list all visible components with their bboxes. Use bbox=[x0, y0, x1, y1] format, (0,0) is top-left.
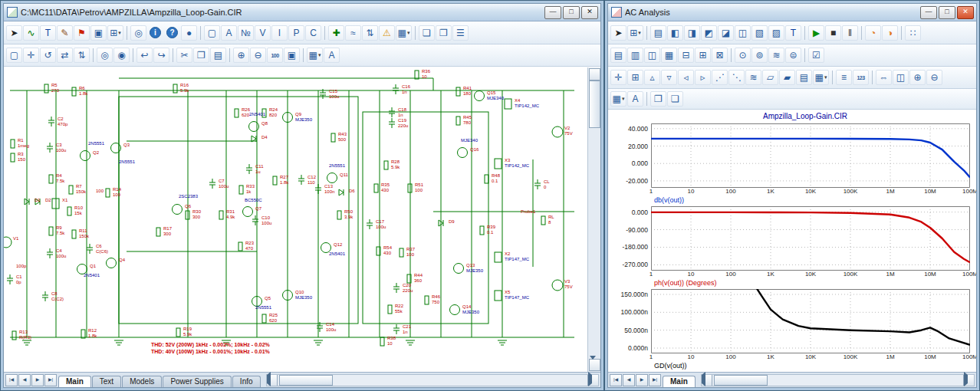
mirror-x-icon[interactable]: ⇄ bbox=[57, 48, 73, 63]
component-symbol[interactable] bbox=[49, 227, 53, 235]
horizontal-scrollbar[interactable] bbox=[701, 374, 975, 386]
component-symbol[interactable] bbox=[35, 199, 40, 205]
component-symbol[interactable] bbox=[173, 205, 183, 215]
plot-canvas[interactable] bbox=[651, 206, 970, 271]
component-symbol[interactable] bbox=[552, 127, 563, 137]
waveform-icon[interactable]: ≋ bbox=[745, 70, 761, 85]
picture-mode-icon[interactable]: ▣ bbox=[90, 25, 107, 41]
component-symbol[interactable] bbox=[173, 84, 177, 93]
browse-web-icon[interactable]: ● bbox=[181, 25, 197, 41]
component-symbol[interactable] bbox=[235, 109, 238, 117]
plot-canvas[interactable] bbox=[651, 123, 970, 188]
slope-down-icon[interactable]: ⋱ bbox=[728, 70, 745, 85]
slope-up-icon[interactable]: ⋰ bbox=[712, 70, 728, 85]
component-symbol[interactable] bbox=[111, 143, 121, 153]
device-conditions-icon[interactable]: C bbox=[305, 25, 321, 41]
component-symbol[interactable] bbox=[47, 248, 53, 258]
region-select-icon[interactable]: ▢ bbox=[204, 25, 220, 41]
text-mode-icon[interactable]: T bbox=[785, 25, 801, 41]
properties-list-icon[interactable]: ≡ bbox=[836, 70, 852, 85]
tab-info[interactable]: Info bbox=[232, 376, 261, 387]
undo-icon[interactable]: ↩ bbox=[136, 48, 153, 63]
component-symbol[interactable] bbox=[456, 117, 460, 125]
paste-icon[interactable]: ❏ bbox=[667, 91, 683, 107]
component-symbol[interactable] bbox=[72, 87, 76, 96]
scroll-right-button[interactable] bbox=[963, 375, 974, 386]
plot-canvas[interactable] bbox=[651, 289, 970, 353]
find-part-icon[interactable]: ◎ bbox=[130, 25, 146, 41]
vertical-scroll-thumb[interactable] bbox=[589, 80, 600, 128]
component-symbol[interactable] bbox=[107, 258, 117, 268]
component-symbol[interactable] bbox=[393, 283, 400, 293]
component-symbol[interactable] bbox=[495, 291, 502, 301]
add-text-icon[interactable]: ⊞ bbox=[627, 70, 643, 85]
component-symbol[interactable] bbox=[176, 328, 180, 337]
zoom-in-icon[interactable]: ⊕ bbox=[233, 48, 249, 63]
data-grid-icon[interactable]: ▤ bbox=[796, 70, 812, 85]
component-symbol[interactable] bbox=[339, 189, 344, 196]
component-symbol[interactable] bbox=[380, 337, 384, 346]
component-list-icon[interactable]: ⊞▾ bbox=[627, 25, 643, 41]
performance-icon[interactable]: ▨ bbox=[768, 25, 784, 41]
tabs-scroll-first-button[interactable]: |◀ bbox=[610, 374, 622, 386]
maximize-button[interactable]: □ bbox=[939, 6, 955, 19]
normalize-icon[interactable]: ⊜ bbox=[785, 48, 801, 63]
slider-icon[interactable]: ⇅ bbox=[362, 25, 378, 41]
properties-icon[interactable]: ☰ bbox=[452, 25, 469, 41]
help-icon[interactable]: ? bbox=[166, 27, 178, 38]
tabs-scroll-first-button[interactable]: |◀ bbox=[5, 374, 18, 386]
minimize-button[interactable]: — bbox=[920, 6, 937, 19]
component-symbol[interactable] bbox=[541, 216, 545, 225]
tab-power-supplies[interactable]: Power Supplies bbox=[163, 376, 231, 387]
overlay-window-icon[interactable]: ◫ bbox=[893, 70, 909, 85]
node-voltages-icon[interactable]: V bbox=[255, 25, 271, 41]
component-symbol[interactable] bbox=[393, 84, 399, 94]
component-symbol[interactable] bbox=[47, 143, 53, 153]
component-symbol[interactable] bbox=[456, 87, 460, 96]
component-symbol[interactable] bbox=[534, 179, 541, 189]
component-symbol[interactable] bbox=[262, 314, 266, 323]
scroll-up-button[interactable] bbox=[589, 68, 600, 80]
component-symbol[interactable] bbox=[69, 186, 73, 194]
component-list-icon[interactable]: ⊞▾ bbox=[107, 25, 123, 41]
component-symbol[interactable] bbox=[252, 215, 258, 225]
more-options-icon[interactable]: ∷ bbox=[905, 25, 921, 41]
component-symbol[interactable] bbox=[11, 140, 15, 148]
select-arrow-icon[interactable]: ➤ bbox=[6, 25, 22, 41]
rotate-icon[interactable]: ↺ bbox=[40, 48, 56, 63]
component-symbol[interactable] bbox=[246, 164, 252, 174]
minimize-button[interactable]: — bbox=[544, 6, 561, 19]
branch-currents-icon[interactable]: I bbox=[271, 25, 288, 41]
component-symbol[interactable] bbox=[44, 84, 48, 93]
horizontal-scrollbar[interactable] bbox=[266, 374, 599, 386]
select-mode-icon[interactable]: ▢ bbox=[6, 48, 22, 63]
copy-icon[interactable]: ❐ bbox=[650, 91, 666, 107]
schematic-titlebar[interactable]: C:\MC11\DATA\Petrov\AMPZILLA\Ampzilla_Lo… bbox=[4, 4, 600, 21]
attribute-text-icon[interactable]: A bbox=[221, 25, 237, 41]
component-symbol[interactable] bbox=[273, 176, 277, 185]
tile-horizontal-icon[interactable]: ⊟ bbox=[678, 48, 694, 63]
tabs-scroll-next-button[interactable]: ▶ bbox=[636, 374, 648, 386]
component-symbol[interactable] bbox=[7, 274, 13, 284]
tab-text[interactable]: Text bbox=[92, 376, 121, 387]
component-symbol[interactable] bbox=[331, 133, 335, 142]
component-symbol[interactable] bbox=[72, 230, 76, 238]
polygon-icon[interactable]: ▱ bbox=[762, 70, 778, 85]
warning-icon[interactable]: ⚠ bbox=[379, 25, 395, 41]
run-button[interactable]: ▶ bbox=[808, 25, 824, 41]
horizontal-scroll-thumb[interactable] bbox=[714, 375, 768, 386]
zoom-out-icon[interactable]: ⊖ bbox=[926, 70, 942, 85]
watch-window-icon[interactable]: ◫ bbox=[644, 48, 660, 63]
plot-options-icon[interactable]: ▦▾ bbox=[813, 70, 829, 85]
component-symbol[interactable] bbox=[454, 264, 464, 274]
tab-main[interactable]: Main bbox=[663, 376, 696, 387]
paste-icon[interactable]: ▤ bbox=[210, 48, 226, 63]
copy-icon[interactable]: ❐ bbox=[193, 48, 209, 63]
data-table-icon[interactable]: ▦ bbox=[661, 48, 677, 63]
display-options-icon[interactable]: ▦▾ bbox=[307, 48, 323, 63]
ac-analysis-titlebar[interactable]: AC Analysis — □ ✕ bbox=[608, 4, 976, 21]
component-symbol[interactable] bbox=[67, 207, 71, 215]
component-symbol[interactable] bbox=[42, 291, 48, 301]
component-symbol[interactable] bbox=[393, 324, 400, 334]
node-numbers-icon[interactable]: № bbox=[238, 25, 254, 41]
